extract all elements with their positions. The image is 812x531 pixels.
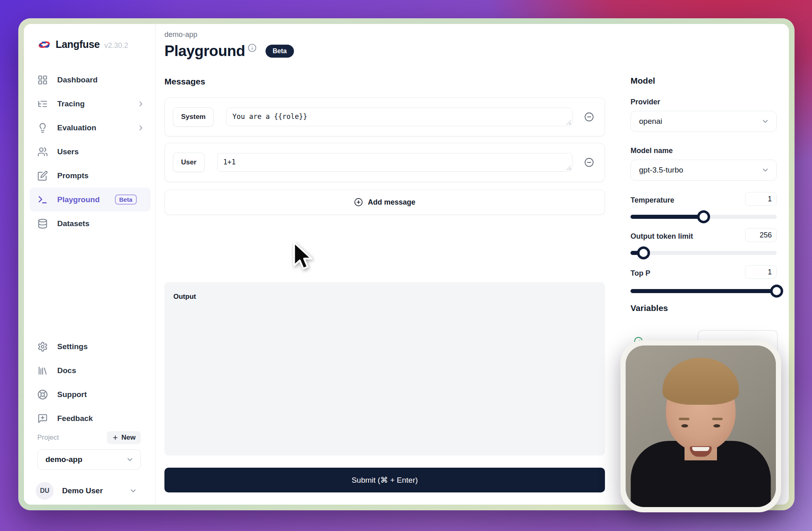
project-row: Project New	[37, 431, 141, 444]
top-p-slider[interactable]	[631, 289, 777, 293]
output-token-limit-slider[interactable]	[631, 251, 777, 255]
model-heading: Model	[631, 76, 655, 86]
sidebar-nav: Dashboard Tracing Evaluation User	[30, 68, 151, 235]
avatar-initials: DU	[40, 487, 49, 494]
output-token-limit-slider-handle[interactable]	[637, 246, 650, 259]
sidebar-item-label: Feedback	[57, 414, 93, 423]
webcam-video	[626, 345, 776, 507]
sidebar-item-dashboard[interactable]: Dashboard	[30, 68, 151, 92]
webcam-overlay[interactable]	[620, 340, 781, 512]
person-eye	[681, 424, 688, 427]
sidebar-item-label: Prompts	[57, 171, 89, 180]
sidebar-item-label: Tracing	[57, 99, 85, 108]
desktop-background: Langfuse v2.30.2 Dashboard Tracing	[0, 0, 812, 531]
langfuse-logo-icon	[37, 39, 51, 50]
chevron-down-icon	[761, 117, 769, 125]
beta-badge-outline: Beta	[115, 194, 137, 205]
prompts-icon	[37, 171, 48, 181]
remove-message-button[interactable]	[584, 112, 594, 122]
app-version: v2.30.2	[104, 41, 128, 50]
chevron-right-icon	[137, 124, 145, 132]
temperature-label: Temperature	[631, 196, 674, 205]
temperature-slider[interactable]	[631, 215, 777, 219]
top-p-input[interactable]	[745, 265, 777, 279]
role-button-system[interactable]: System	[173, 107, 214, 127]
database-icon	[37, 218, 48, 229]
chevron-right-icon	[137, 100, 145, 108]
sidebar-item-label: Playground	[57, 195, 100, 204]
model-name-label: Model name	[631, 147, 673, 155]
sidebar-item-tracing[interactable]: Tracing	[30, 92, 151, 116]
system-message-input[interactable]: You are a {{role}}	[226, 108, 572, 126]
plus-icon	[112, 434, 119, 441]
top-p-slider-handle[interactable]	[770, 285, 783, 298]
user-message-input[interactable]: 1+1	[217, 153, 572, 172]
sidebar-item-users[interactable]: Users	[30, 140, 151, 164]
sidebar-item-evaluation[interactable]: Evaluation	[30, 116, 151, 140]
add-message-label: Add message	[368, 198, 415, 207]
sidebar-item-label: Docs	[57, 366, 76, 375]
sidebar-footer-nav: Settings Docs Support Feedback	[30, 335, 151, 430]
page-title: Playground	[164, 43, 245, 60]
project-select[interactable]: demo-app	[37, 449, 141, 470]
sidebar-item-label: Settings	[57, 342, 88, 351]
beta-badge: Beta	[266, 45, 294, 58]
project-label: Project	[37, 434, 59, 442]
role-button-user[interactable]: User	[173, 153, 205, 172]
logo-row[interactable]: Langfuse v2.30.2	[37, 39, 128, 50]
message-row-user: User 1+1	[164, 143, 605, 182]
sidebar-item-datasets[interactable]: Datasets	[30, 212, 151, 235]
person-teeth	[692, 447, 709, 451]
chevron-down-icon	[126, 455, 134, 464]
chevron-down-icon	[761, 166, 769, 174]
output-token-limit-input[interactable]	[745, 228, 777, 242]
provider-value: openai	[639, 117, 662, 126]
sidebar-item-feedback[interactable]: Feedback	[30, 406, 151, 430]
remove-message-button[interactable]	[584, 158, 594, 167]
messages-heading: Messages	[164, 77, 205, 86]
user-name: Demo User	[62, 486, 103, 495]
sidebar-item-label: Evaluation	[57, 123, 96, 132]
info-icon[interactable]	[248, 43, 257, 52]
brand-name: Langfuse	[56, 39, 100, 50]
output-label: Output	[173, 293, 196, 300]
slider-fill	[631, 215, 704, 219]
mouse-cursor	[289, 241, 314, 273]
sidebar-item-settings[interactable]: Settings	[30, 335, 151, 358]
message-row-system: System You are a {{role}}	[164, 97, 605, 136]
message-plus-icon	[37, 413, 48, 424]
sidebar: Langfuse v2.30.2 Dashboard Tracing	[24, 24, 156, 505]
sidebar-item-label: Dashboard	[57, 76, 97, 84]
slider-fill	[631, 289, 777, 293]
new-project-label: New	[121, 434, 136, 442]
breadcrumb[interactable]: demo-app	[164, 30, 197, 39]
person-eye	[713, 424, 720, 427]
user-menu[interactable]: DU Demo User	[36, 482, 137, 500]
plus-circle-icon	[354, 198, 363, 207]
provider-select[interactable]: openai	[631, 111, 777, 132]
sidebar-item-support[interactable]: Support	[30, 382, 151, 406]
sidebar-item-playground[interactable]: Playground Beta	[30, 188, 151, 212]
lifebuoy-icon	[37, 389, 48, 400]
temperature-slider-handle[interactable]	[697, 210, 710, 223]
sidebar-item-docs[interactable]: Docs	[30, 358, 151, 382]
provider-label: Provider	[631, 98, 660, 106]
output-panel: Output	[164, 282, 605, 455]
message-textarea-wrap: You are a {{role}}	[214, 108, 572, 126]
message-textarea-wrap: 1+1	[205, 153, 572, 172]
submit-button[interactable]: Submit (⌘ + Enter)	[164, 468, 605, 492]
terminal-icon	[37, 194, 48, 205]
minus-circle-icon	[584, 112, 594, 122]
model-name-select[interactable]: gpt-3.5-turbo	[631, 160, 777, 181]
variables-heading: Variables	[631, 303, 668, 313]
tracing-icon	[37, 99, 48, 109]
sidebar-item-prompts[interactable]: Prompts	[30, 164, 151, 188]
project-select-value: demo-app	[45, 455, 82, 464]
person-hair	[663, 358, 739, 405]
person-eyebrow	[679, 418, 689, 420]
page-title-row: Playground Beta	[164, 43, 294, 60]
add-message-button[interactable]: Add message	[164, 190, 605, 215]
new-project-button[interactable]: New	[107, 431, 141, 444]
submit-label: Submit (⌘ + Enter)	[352, 475, 418, 485]
temperature-input[interactable]	[745, 192, 777, 206]
